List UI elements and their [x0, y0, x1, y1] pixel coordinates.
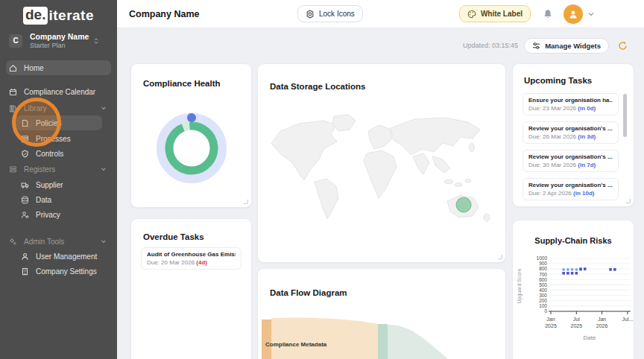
calendar-icon: [9, 88, 17, 96]
card-resize-handle[interactable]: [244, 200, 248, 204]
scatter-chart: 01002003004005006007008009001000 Jan2025…: [513, 247, 634, 359]
widget-title: Compliance Health: [143, 79, 221, 88]
company-plan: Starter Plan: [30, 42, 93, 49]
task-item[interactable]: Review your organisation's ... Due: 2 Ap…: [523, 178, 619, 200]
sidebar-item-user-management[interactable]: User Management: [0, 249, 117, 264]
due-badge: (in 0d): [578, 105, 596, 112]
top-header: Company Name Lock Icons White Label: [117, 0, 644, 28]
due-badge: (in 7d): [578, 162, 596, 168]
refresh-icon[interactable]: [618, 41, 628, 51]
sliders-icon: [532, 42, 540, 50]
sankey-node-middle: [378, 324, 388, 359]
map-new-zealand: [484, 214, 490, 221]
sidebar-item-supplier[interactable]: Supplier: [0, 177, 117, 192]
white-label-button[interactable]: White Label: [459, 5, 531, 22]
svg-text:Jan: Jan: [598, 317, 606, 322]
sankey-node-source: [262, 320, 271, 359]
user-icon: [21, 252, 29, 261]
svg-text:2025: 2025: [571, 323, 583, 328]
widget-title: Upcoming Tasks: [524, 76, 592, 85]
widget-data-flow-diagram: Data Flow Diagram Compliance Metadata: [257, 268, 506, 359]
task-item[interactable]: Audit of Greenhouse Gas Emiss... Due: 20…: [141, 247, 242, 270]
brand-logo-box: de.: [23, 7, 48, 25]
svg-text:200: 200: [539, 298, 547, 303]
unfold-icon: [93, 38, 99, 44]
database-icon: [21, 196, 29, 204]
svg-text:2025: 2025: [545, 323, 557, 328]
brand-logo: de. iterate: [0, 0, 117, 25]
sidebar-item-controls[interactable]: Controls: [0, 146, 117, 161]
svg-text:100: 100: [539, 303, 547, 308]
card-resize-handle[interactable]: [498, 255, 502, 259]
sidebar-item-compliance-calendar[interactable]: Compliance Calendar: [0, 84, 117, 99]
sidebar: de. iterate C Company Name Starter Plan …: [0, 0, 117, 359]
sidebar-item-data[interactable]: Data: [0, 192, 117, 207]
task-item[interactable]: Ensure your organisation ha... Due: 23 M…: [523, 93, 619, 115]
privacy-user-icon: [21, 211, 29, 219]
gauge-marker-dot: [187, 113, 196, 122]
svg-text:Jul...: Jul...: [622, 317, 634, 322]
widget-supply-chain-risks: Supply-Chain Risks 010020030040050060070…: [512, 220, 634, 359]
widget-data-storage-locations: Data Storage Locations: [257, 63, 506, 263]
svg-text:1000: 1000: [537, 255, 548, 261]
map-north-america: [271, 121, 337, 180]
sankey-flow-peach: [271, 317, 378, 359]
scrollbar-thumb[interactable]: [623, 94, 627, 137]
widget-compliance-health: Compliance Health: [130, 63, 252, 208]
svg-text:300: 300: [539, 293, 547, 298]
map-south-america: [315, 179, 338, 219]
map-indonesia: [444, 180, 453, 183]
truck-icon: [21, 181, 29, 189]
task-item[interactable]: Review your organisation's ... Due: 30 M…: [523, 150, 619, 172]
world-map: [265, 110, 496, 222]
lock-icons-button[interactable]: Lock Icons: [297, 5, 363, 22]
map-africa: [364, 150, 397, 198]
svg-text:900: 900: [539, 261, 547, 266]
map-se-asia: [432, 156, 450, 173]
widget-upcoming-tasks: Upcoming Tasks Ensure your organisation …: [512, 63, 634, 207]
manage-widgets-button[interactable]: Manage Widgets: [524, 38, 609, 54]
gear-icon: [306, 10, 315, 19]
company-name: Company Name: [30, 32, 93, 41]
due-badge: (in 10d): [573, 190, 594, 197]
svg-text:500: 500: [539, 282, 547, 287]
account-chevron-down-icon[interactable]: [587, 10, 595, 18]
svg-text:600: 600: [539, 277, 547, 282]
x-axis-label: Date: [584, 334, 596, 341]
registers-icon: [9, 165, 17, 174]
map-asia: [391, 118, 480, 155]
map-india: [413, 153, 429, 174]
map-greenland: [332, 115, 356, 131]
overdue-badge: (4d): [196, 259, 207, 266]
updated-timestamp: Updated: 03:15:45: [463, 42, 518, 49]
company-avatar: C: [9, 34, 22, 48]
task-item[interactable]: Review your organisation's ... Due: 26 M…: [523, 121, 619, 144]
svg-text:Jan: Jan: [546, 317, 555, 322]
storage-location-marker-australia[interactable]: [456, 197, 471, 212]
sidebar-section-registers[interactable]: Registers: [0, 162, 117, 177]
home-icon: [9, 64, 17, 72]
chevron-down-icon: [101, 105, 107, 111]
page-title: Company Name: [129, 9, 199, 19]
sidebar-item-privacy[interactable]: Privacy: [0, 207, 117, 222]
svg-text:2026: 2026: [596, 323, 608, 328]
card-resize-handle[interactable]: [626, 199, 631, 203]
chevron-down-icon: [101, 166, 107, 172]
sankey-flow-label: Compliance Metadata: [265, 341, 326, 348]
chart-title: Supply-Chain Risks: [513, 236, 634, 245]
sidebar-section-admin-tools[interactable]: Admin Tools: [0, 234, 117, 249]
widget-title: Overdue Tasks: [143, 232, 204, 241]
sidebar-item-company-settings[interactable]: Company Settings: [0, 264, 117, 279]
sankey-flow-teal: [388, 325, 465, 359]
palette-icon: [467, 10, 476, 19]
widget-title: Data Storage Locations: [270, 82, 365, 91]
user-avatar[interactable]: [564, 4, 583, 24]
notifications-bell-icon[interactable]: [543, 9, 553, 19]
shield-icon: [21, 150, 29, 158]
company-switcher[interactable]: C Company Name Starter Plan: [9, 32, 110, 49]
svg-text:800: 800: [539, 266, 547, 271]
person-icon: [568, 9, 578, 19]
svg-text:Jul: Jul: [573, 317, 580, 322]
sidebar-item-home[interactable]: Home: [0, 60, 117, 75]
scatter-points: [562, 267, 616, 274]
